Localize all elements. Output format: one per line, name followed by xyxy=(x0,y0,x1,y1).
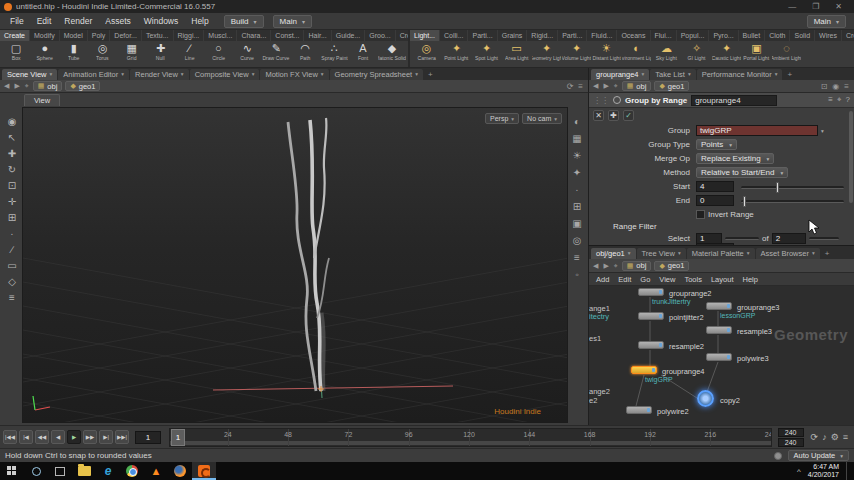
current-frame-marker[interactable]: 1 xyxy=(171,429,185,446)
shelf-tab-riggi[interactable]: Riggi... xyxy=(174,30,205,41)
breadcrumb-geo1[interactable]: ◆ geo1 xyxy=(654,261,689,271)
invert-range-checkbox[interactable] xyxy=(696,210,705,219)
back-icon[interactable]: ◀ xyxy=(592,82,599,90)
chevron-down-icon[interactable]: ▾ xyxy=(821,128,824,134)
quickview-icon[interactable]: ≡ xyxy=(9,293,15,303)
shelf-tab-modify[interactable]: Modify xyxy=(30,30,60,41)
shelf-tool-font[interactable]: AFont xyxy=(349,42,377,66)
snap-prims-icon[interactable]: ▭ xyxy=(7,261,16,271)
current-frame-field[interactable]: 1 xyxy=(135,431,161,444)
play-forward-button[interactable]: ▶ xyxy=(67,430,81,444)
shelf-tab-create[interactable]: Create xyxy=(0,30,30,41)
taskbar-app-edge[interactable]: e xyxy=(96,462,120,480)
shelf-tool-area-light[interactable]: ▭Area Light xyxy=(502,42,531,66)
shelf-tab-const[interactable]: Const... xyxy=(271,30,304,41)
new-pane-tab-button[interactable]: + xyxy=(783,69,796,80)
group-type-dropdown[interactable]: Points▾ xyxy=(696,139,737,150)
lighting-toggle-icon[interactable]: ☀ xyxy=(573,151,582,161)
shelf-tool-spray-paint[interactable]: ∴Spray Paint xyxy=(320,42,348,66)
breadcrumb-geo1[interactable]: ◆ geo1 xyxy=(65,81,100,91)
network-node-grouprange4[interactable]: grouprange4twigGRP xyxy=(631,366,657,374)
select-slider[interactable] xyxy=(725,237,759,240)
breadcrumb-geo1[interactable]: ◆ geo1 xyxy=(654,81,689,91)
network-menu-layout[interactable]: Layout xyxy=(707,275,738,284)
menu-assets[interactable]: Assets xyxy=(99,15,137,27)
shelf-tool-circle[interactable]: ○Circle xyxy=(204,42,232,66)
global-end-field[interactable]: 240 xyxy=(778,438,804,447)
snap-points-icon[interactable]: ∙ xyxy=(11,229,14,239)
shelf-tab-poly[interactable]: Poly xyxy=(88,30,111,41)
end-field[interactable]: 0 xyxy=(696,195,734,206)
pane-tab-motion-fx-view[interactable]: Motion FX View▾ xyxy=(260,69,328,80)
pane-tab-scene-view[interactable]: Scene View▾ xyxy=(2,69,57,80)
network-node-resample2[interactable]: resample2 xyxy=(638,341,664,349)
shelf-tab-cloth[interactable]: Cloth xyxy=(765,30,790,41)
show-desktop-button[interactable] xyxy=(846,462,849,480)
shelf-tab-flui[interactable]: Flui... xyxy=(651,30,677,41)
jump-to-end-button[interactable]: ▶▶| xyxy=(115,430,129,444)
pin-icon[interactable]: ◉ xyxy=(832,82,839,91)
taskbar-app-firefox[interactable] xyxy=(168,462,192,480)
network-graph[interactable]: Geometry grouprange2trunkJittertrypointj… xyxy=(589,286,854,425)
shelf-tool-sky-light[interactable]: ☁Sky Light xyxy=(652,42,681,66)
playback-settings-icon[interactable]: ⚙ xyxy=(831,432,839,442)
shelf-tool-spot-light[interactable]: ✦Spot Light xyxy=(472,42,501,66)
shelf-tab-grains[interactable]: Grains xyxy=(498,30,528,41)
shelf-tab-model[interactable]: Model xyxy=(60,30,88,41)
playbar-menu-icon[interactable]: ≡ xyxy=(843,432,848,442)
task-view-button[interactable] xyxy=(48,462,72,480)
network-node-copy2[interactable]: copy2 xyxy=(697,390,714,407)
shelf-tool-point-light[interactable]: ✦Point Light xyxy=(442,42,471,66)
shelf-tab-crow[interactable]: Crow... xyxy=(842,30,854,41)
range-end-field[interactable]: 240 xyxy=(778,428,804,437)
add-flag-button[interactable]: ✚ xyxy=(608,110,619,121)
audio-icon[interactable]: ♪ xyxy=(822,432,827,442)
taskbar-app-chrome[interactable] xyxy=(120,462,144,480)
pane-tab-geometry-spreadsheet[interactable]: Geometry Spreadsheet▾ xyxy=(330,69,423,80)
network-menu-add[interactable]: Add xyxy=(592,275,613,284)
shelf-tool-draw-curve[interactable]: ✎Draw Curve xyxy=(262,42,290,66)
display-options-icon[interactable]: ≡ xyxy=(574,253,580,263)
snapshot-icon[interactable]: ◎ xyxy=(573,236,582,246)
taskbar-app-media-player[interactable]: ▲ xyxy=(144,462,168,480)
minimize-button[interactable]: — xyxy=(788,2,796,11)
shelf-tab-parti[interactable]: Parti... xyxy=(558,30,587,41)
shelf-tool-box[interactable]: ▢Box xyxy=(2,42,30,66)
shelf-tab-colli[interactable]: Colli... xyxy=(440,30,468,41)
network-node-resample3[interactable]: resample3 xyxy=(706,326,732,334)
shelf-tool-torus[interactable]: ◎Torus xyxy=(89,42,117,66)
play-reverse-button[interactable]: ◀ xyxy=(51,430,65,444)
forward-icon[interactable]: ▶ xyxy=(602,262,609,270)
help-icon[interactable]: ? xyxy=(846,95,850,105)
node-name-field[interactable]: grouprange4 xyxy=(691,95,777,106)
shelf-tab-pyro[interactable]: Pyro... xyxy=(709,30,738,41)
presets-icon[interactable]: ≡ xyxy=(828,95,833,105)
taskbar-clock[interactable]: 6:47 AM 4/20/2017 xyxy=(808,463,839,479)
end-slider[interactable] xyxy=(741,200,844,203)
drag-handle-icon[interactable]: ⋮⋮ xyxy=(593,96,609,105)
pin-icon[interactable]: ⌖ xyxy=(24,82,30,90)
taskbar-app-file-explorer[interactable] xyxy=(72,462,96,480)
shelf-tool-path[interactable]: ◠Path xyxy=(291,42,319,66)
network-node-pointjitter2[interactable]: pointjitter2 xyxy=(638,312,664,320)
shelf-tool-sphere[interactable]: ●Sphere xyxy=(31,42,59,66)
pane-tab-performance-monitor[interactable]: Performance Monitor▾ xyxy=(697,69,783,80)
select-of-slider[interactable] xyxy=(809,237,839,240)
prev-frame-button[interactable]: ◀◀ xyxy=(35,430,49,444)
search-button[interactable] xyxy=(24,462,48,480)
shelf-tool-ambient-light[interactable]: ◌Ambient Light xyxy=(772,42,801,66)
accept-flag-button[interactable]: ✓ xyxy=(623,110,634,121)
view-persp-select[interactable]: Persp▾ xyxy=(485,113,519,124)
shelf-tab-guide[interactable]: Guide... xyxy=(332,30,366,41)
shelf-tool-null[interactable]: ✚Null xyxy=(147,42,175,66)
breadcrumb-obj[interactable]: ▦ obj xyxy=(622,81,652,91)
shelf-tool-grid[interactable]: ▦Grid xyxy=(118,42,146,66)
link-icon[interactable]: ⊡ xyxy=(821,82,828,91)
forward-icon[interactable]: ▶ xyxy=(13,82,20,90)
view-mask-icon[interactable]: ▣ xyxy=(572,219,581,229)
clear-flag-button[interactable]: ✕ xyxy=(593,110,604,121)
wireframe-toggle-icon[interactable]: ▦ xyxy=(572,134,581,144)
shelf-tool-tube[interactable]: ▮Tube xyxy=(60,42,88,66)
start-field[interactable]: 4 xyxy=(696,181,734,192)
shelf-tool-volume-light[interactable]: ✦Volume Light xyxy=(562,42,591,66)
